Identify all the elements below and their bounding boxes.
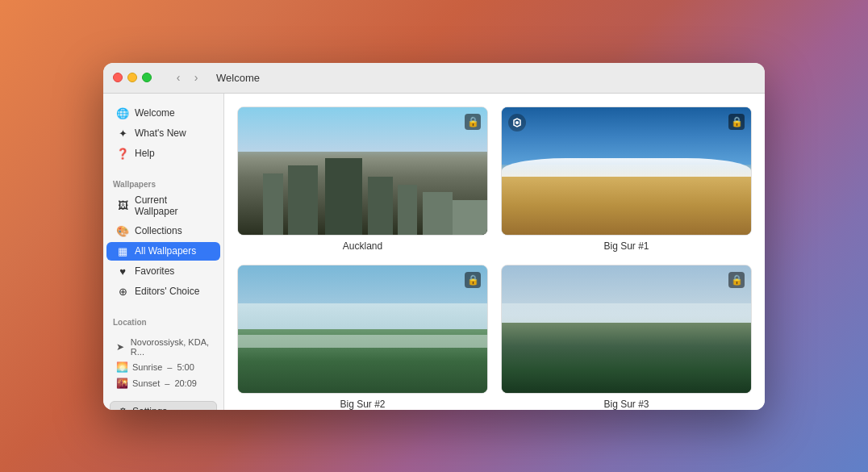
- content-area: 🌐 Welcome ✦ What's New ❓ Help Wallpapers…: [103, 94, 765, 410]
- minimize-button[interactable]: [127, 73, 137, 82]
- setapp-icon: [508, 114, 526, 132]
- settings-label: Settings...: [132, 406, 175, 410]
- location-info: ➤ Novorossiysk, KDA, R... 🌅 Sunrise – 5:…: [103, 328, 223, 395]
- globe-icon: 🌐: [116, 107, 129, 119]
- star-icon: ✦: [116, 127, 129, 140]
- lock-icon-auckland: 🔒: [465, 114, 481, 130]
- wallpaper-thumb-auckland: 🔒: [237, 107, 488, 236]
- collections-icon: 🎨: [116, 225, 129, 237]
- main-content: 🔒 Auckland: [224, 94, 765, 410]
- lock-icon-bigsur1: 🔒: [728, 114, 745, 130]
- settings-gear-icon: ⚙: [119, 406, 127, 410]
- lock-icon-bigsur3: 🔒: [728, 272, 745, 288]
- favorites-icon: ♥: [116, 265, 129, 278]
- sidebar-item-favorites[interactable]: ♥ Favorites: [106, 262, 220, 281]
- lock-icon-bigsur2: 🔒: [465, 272, 481, 288]
- sidebar-label-help: Help: [135, 148, 155, 159]
- wallpaper-item-bigsur1[interactable]: 🔒 Big Sur #1: [501, 107, 752, 252]
- settings-button[interactable]: ⚙ Settings...: [110, 401, 217, 410]
- wallpapers-section-label: Wallpapers: [103, 173, 223, 190]
- sidebar-item-whats-new[interactable]: ✦ What's New: [106, 124, 220, 143]
- sidebar-item-current[interactable]: 🖼 Current Wallpaper: [106, 191, 220, 220]
- sidebar-label-collections: Collections: [135, 225, 182, 236]
- help-icon: ❓: [116, 148, 129, 160]
- location-section-label: Location: [103, 311, 223, 328]
- sidebar-label-current: Current Wallpaper: [135, 194, 211, 217]
- wallpaper-thumb-bigsur2: 🔒: [237, 265, 488, 394]
- sunrise-label: Sunrise: [132, 362, 162, 372]
- sunrise-icon: 🌅: [116, 361, 127, 373]
- sidebar-label-editors: Editors' Choice: [135, 286, 199, 297]
- sidebar-item-collections[interactable]: 🎨 Collections: [106, 222, 220, 240]
- sidebar-item-welcome[interactable]: 🌐 Welcome: [106, 104, 220, 123]
- all-wallpapers-icon: ▦: [116, 245, 129, 257]
- window-title: Welcome: [216, 72, 260, 84]
- close-button[interactable]: [113, 73, 123, 82]
- traffic-lights: [113, 73, 152, 82]
- sunset-time: 20:09: [174, 378, 197, 388]
- sidebar-item-help[interactable]: ❓ Help: [106, 144, 220, 163]
- wallpaper-name-bigsur2: Big Sur #2: [340, 399, 385, 410]
- sidebar-label-all: All Wallpapers: [135, 245, 196, 257]
- wallpaper-item-auckland[interactable]: 🔒 Auckland: [237, 107, 488, 252]
- wallpaper-thumb-bigsur3: 🔒: [501, 265, 752, 394]
- location-city-label: Novorossiysk, KDA, R...: [131, 337, 211, 357]
- forward-arrow[interactable]: ›: [189, 70, 203, 85]
- wallpaper-name-bigsur1: Big Sur #1: [603, 240, 649, 252]
- wallpaper-item-bigsur3[interactable]: 🔒 Big Sur #3: [501, 265, 752, 410]
- current-wallpaper-icon: 🖼: [116, 199, 129, 211]
- sidebar: 🌐 Welcome ✦ What's New ❓ Help Wallpapers…: [103, 94, 224, 410]
- nav-arrows: ‹ ›: [171, 70, 203, 85]
- sidebar-label-favorites: Favorites: [135, 265, 174, 277]
- wallpaper-grid: 🔒 Auckland: [237, 107, 752, 410]
- wallpaper-thumb-bigsur1: 🔒: [501, 107, 752, 236]
- titlebar: ‹ › Welcome: [103, 63, 765, 94]
- app-window: ‹ › Welcome 🌐 Welcome ✦ What's New ❓ Hel…: [103, 63, 765, 410]
- sidebar-item-editors-choice[interactable]: ⊕ Editors' Choice: [106, 282, 220, 301]
- sunset-label: Sunset: [132, 378, 160, 388]
- wallpaper-item-bigsur2[interactable]: 🔒 Big Sur #2: [237, 265, 488, 410]
- sunrise-separator: –: [167, 362, 172, 372]
- sunset-icon: 🌇: [116, 378, 127, 389]
- wallpaper-name-bigsur3: Big Sur #3: [603, 399, 649, 410]
- editors-choice-icon: ⊕: [116, 286, 129, 298]
- sidebar-item-all-wallpapers[interactable]: ▦ All Wallpapers: [106, 242, 220, 261]
- location-sunset: 🌇 Sunset – 20:09: [106, 375, 220, 391]
- wallpaper-name-auckland: Auckland: [343, 240, 382, 252]
- back-arrow[interactable]: ‹: [171, 70, 186, 85]
- svg-point-1: [515, 121, 519, 124]
- setapp-badge-bigsur1: [508, 114, 526, 135]
- maximize-button[interactable]: [142, 73, 152, 82]
- location-sunrise: 🌅 Sunrise – 5:00: [106, 359, 220, 375]
- location-city: ➤ Novorossiysk, KDA, R...: [106, 335, 220, 359]
- sidebar-label-whats-new: What's New: [135, 127, 186, 139]
- sidebar-label-welcome: Welcome: [135, 107, 175, 119]
- location-pin-icon: ➤: [116, 341, 126, 353]
- sunrise-time: 5:00: [177, 362, 194, 372]
- sunset-separator: –: [165, 378, 169, 388]
